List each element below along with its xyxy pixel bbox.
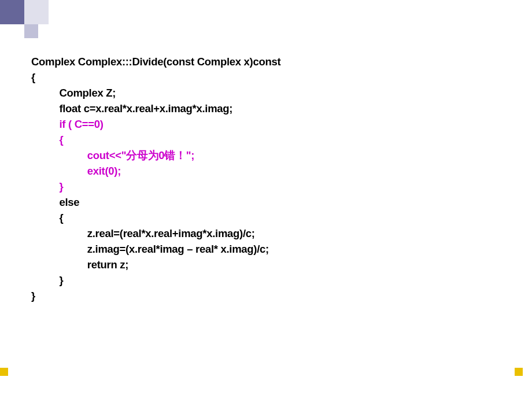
slide-marker-right xyxy=(515,368,523,376)
code-line-4: float c=x.real*x.real+x.imag*x.imag; xyxy=(31,102,232,114)
slide-marker-left xyxy=(0,368,8,376)
code-line-11: { xyxy=(31,212,63,224)
code-line-9: } xyxy=(31,180,63,193)
code-line-8: exit(0); xyxy=(31,165,121,177)
decoration-square-light xyxy=(24,0,49,24)
code-line-5: if ( C==0) xyxy=(31,118,104,130)
code-line-10: else xyxy=(31,196,79,208)
code-line-6: { xyxy=(31,134,63,146)
code-line-7e: "; xyxy=(186,149,194,161)
code-line-7b: 分母为 xyxy=(126,149,158,161)
code-line-12: z.real=(real*x.real+imag*x.imag)/c; xyxy=(31,227,255,239)
code-line-1: Complex Complex:::Divide(const Complex x… xyxy=(31,56,280,68)
code-line-2: { xyxy=(31,71,35,83)
code-line-7c: 0 xyxy=(158,149,164,161)
code-line-7d: 错！ xyxy=(164,149,186,161)
code-line-7a: cout<<" xyxy=(31,149,126,161)
code-line-13: z.imag=(x.real*imag – real* x.imag)/c; xyxy=(31,243,269,255)
decoration-square-dark xyxy=(0,0,24,24)
code-content: Complex Complex:::Divide(const Complex x… xyxy=(31,54,280,304)
decoration-square-medium xyxy=(24,24,38,38)
code-line-14: return z; xyxy=(31,258,128,271)
code-line-3: Complex Z; xyxy=(31,87,116,99)
code-line-15: } xyxy=(31,274,63,286)
code-line-16: } xyxy=(31,290,35,302)
